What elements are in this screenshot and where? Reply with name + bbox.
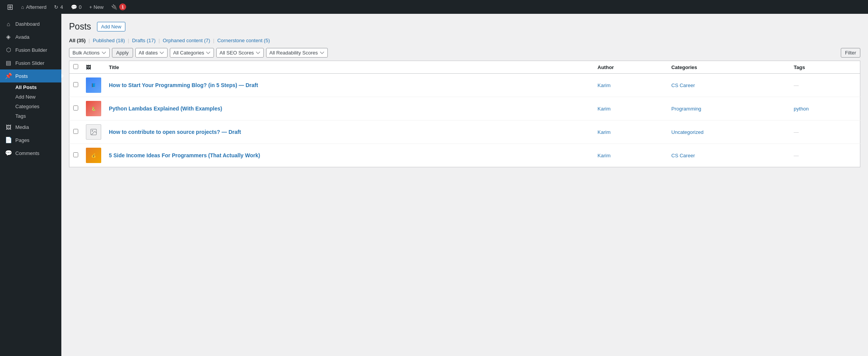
post-tags-cell: — (790, 120, 860, 144)
post-author-link[interactable]: Karim (598, 82, 611, 88)
post-title-link[interactable]: 5 Side Income Ideas For Programmers (Tha… (109, 152, 260, 158)
sidebar: ⌂ Dashboard ◈ Avada ⬡ Fusion Builder ▤ F… (0, 14, 61, 356)
image-icon: 🖼 (86, 64, 91, 70)
row-checkbox[interactable] (73, 152, 78, 157)
post-author-link[interactable]: Karim (598, 153, 611, 158)
post-categories-cell: CS Career (667, 144, 790, 167)
title-header: Title (105, 61, 594, 74)
wp-logo[interactable]: ⊞ (4, 0, 16, 14)
sidebar-label-media: Media (15, 124, 29, 130)
post-tag-link[interactable]: python (794, 106, 809, 112)
post-thumbnail-cell: 🐍 (82, 97, 105, 120)
site-name[interactable]: ⌂ Afternerd (18, 0, 49, 14)
sidebar-label-fusion-builder: Fusion Builder (15, 47, 47, 53)
admin-bar: ⊞ ⌂ Afternerd ↻ 4 💬 0 + New 🔌 1 (0, 0, 868, 14)
select-all-checkbox[interactable] (73, 64, 78, 69)
post-title-cell: How to contribute to open source project… (105, 120, 594, 144)
sidebar-item-comments[interactable]: 💬 Comments (0, 147, 61, 160)
readability-scores-select[interactable]: All Readability Scores (266, 48, 328, 58)
post-thumbnail-cell (82, 120, 105, 144)
sidebar-item-media[interactable]: 🖼 Media (0, 121, 61, 134)
post-category-link[interactable]: CS Career (671, 153, 695, 158)
pages-icon: 📄 (5, 137, 12, 143)
post-category-link[interactable]: Programming (671, 106, 701, 112)
filter-link-orphaned[interactable]: Orphaned content (7) (163, 38, 210, 43)
post-tags-cell: — (790, 74, 860, 97)
post-thumbnail: 💰 (86, 148, 101, 163)
sidebar-item-pages[interactable]: 📄 Pages (0, 134, 61, 147)
post-title-cell: Python Lambdas Explained (With Examples) (105, 97, 594, 120)
sidebar-item-avada[interactable]: ◈ Avada (0, 30, 61, 43)
fusion-builder-icon: ⬡ (5, 46, 12, 53)
row-checkbox[interactable] (73, 82, 78, 87)
row-checkbox-cell (69, 120, 82, 144)
post-author-link[interactable]: Karim (598, 129, 611, 135)
post-author-cell: Karim (594, 74, 668, 97)
apply-button[interactable]: Apply (112, 48, 133, 58)
post-author-cell: Karim (594, 97, 668, 120)
sidebar-label-fusion-slider: Fusion Slider (15, 60, 44, 66)
post-title-link[interactable]: Python Lambdas Explained (With Examples) (109, 105, 222, 112)
posts-table: 🖼 Title Author Categories Tags (69, 61, 860, 167)
svg-point-1 (92, 130, 93, 132)
filter-button[interactable]: Filter (841, 48, 860, 58)
plugin-link[interactable]: 🔌 1 (108, 0, 129, 14)
fusion-slider-icon: ▤ (5, 59, 12, 66)
sidebar-item-fusion-builder[interactable]: ⬡ Fusion Builder (0, 43, 61, 56)
posts-icon: 📌 (5, 73, 12, 79)
post-thumbnail-cell: 💰 (82, 144, 105, 167)
filter-links: All (35) | Published (18) | Drafts (17) … (69, 38, 860, 43)
comment-icon: 💬 (71, 4, 77, 10)
add-new-button[interactable]: Add New (97, 22, 126, 31)
wordpress-icon: ⊞ (7, 2, 13, 12)
filter-link-all[interactable]: All (35) (69, 38, 85, 43)
tags-header: Tags (790, 61, 860, 74)
post-tags-cell: — (790, 144, 860, 167)
table-row: 📘How to Start Your Programming Blog? (in… (69, 74, 860, 97)
sidebar-item-posts[interactable]: 📌 Posts (0, 69, 61, 82)
categories-select[interactable]: All Categories (170, 48, 214, 58)
plugin-badge: 1 (119, 3, 126, 10)
page-title: Posts (69, 21, 91, 32)
post-title-link[interactable]: How to contribute to open source project… (109, 129, 241, 135)
submenu-tags[interactable]: Tags (0, 111, 61, 121)
table-row: 🐍Python Lambdas Explained (With Examples… (69, 97, 860, 120)
sidebar-item-fusion-slider[interactable]: ▤ Fusion Slider (0, 56, 61, 69)
plugin-icon: 🔌 (111, 4, 117, 10)
seo-scores-select[interactable]: All SEO Scores (216, 48, 264, 58)
row-checkbox[interactable] (73, 105, 78, 110)
bulk-actions-select[interactable]: Bulk Actions (69, 48, 110, 58)
post-categories-cell: CS Career (667, 74, 790, 97)
row-checkbox[interactable] (73, 129, 78, 134)
post-category-link[interactable]: Uncategorized (671, 129, 704, 135)
post-title-cell: How to Start Your Programming Blog? (in … (105, 74, 594, 97)
post-title-link[interactable]: How to Start Your Programming Blog? (in … (109, 82, 258, 88)
table-row: 💰5 Side Income Ideas For Programmers (Th… (69, 144, 860, 167)
post-categories-cell: Uncategorized (667, 120, 790, 144)
post-thumbnail-cell: 📘 (82, 74, 105, 97)
updates-link[interactable]: ↻ 4 (51, 0, 66, 14)
categories-header: Categories (667, 61, 790, 74)
post-author-cell: Karim (594, 144, 668, 167)
post-thumbnail-placeholder (86, 124, 101, 140)
post-thumbnail: 🐍 (86, 101, 101, 116)
filter-link-drafts[interactable]: Drafts (17) (132, 38, 155, 43)
table-row: How to contribute to open source project… (69, 120, 860, 144)
dashboard-icon: ⌂ (5, 21, 12, 27)
submenu-add-new[interactable]: Add New (0, 92, 61, 102)
comments-link[interactable]: 💬 0 (68, 0, 85, 14)
post-tags-empty: — (794, 82, 799, 88)
filter-link-cornerstone[interactable]: Cornerstone content (5) (217, 38, 270, 43)
new-content-link[interactable]: + New (86, 0, 107, 14)
submenu-categories[interactable]: Categories (0, 102, 61, 111)
main-content: Posts Add New All (35) | Published (18) … (61, 14, 868, 356)
filter-link-published[interactable]: Published (18) (93, 38, 125, 43)
post-title-cell: 5 Side Income Ideas For Programmers (Tha… (105, 144, 594, 167)
post-author-link[interactable]: Karim (598, 106, 611, 112)
sidebar-item-dashboard[interactable]: ⌂ Dashboard (0, 18, 61, 30)
sidebar-label-posts: Posts (15, 73, 28, 79)
dates-select[interactable]: All dates (135, 48, 168, 58)
submenu-all-posts[interactable]: All Posts (0, 82, 61, 92)
post-category-link[interactable]: CS Career (671, 82, 695, 88)
sidebar-label-pages: Pages (15, 137, 30, 143)
